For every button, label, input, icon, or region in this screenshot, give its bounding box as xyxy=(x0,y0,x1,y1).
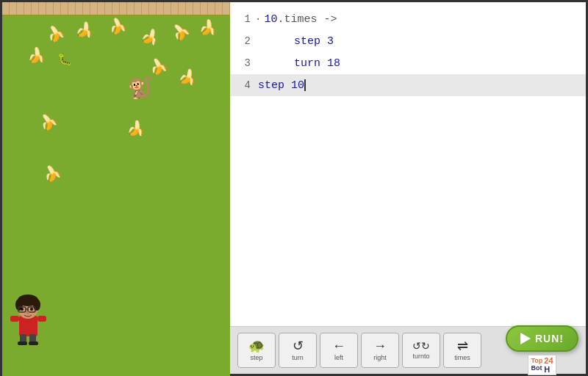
svg-point-10 xyxy=(26,311,29,314)
banana: 🍌 xyxy=(27,46,47,65)
svg-point-9 xyxy=(30,308,33,311)
turnto-label: turnto xyxy=(412,352,429,360)
banana: 🍌 xyxy=(168,19,193,44)
play-icon xyxy=(520,333,531,344)
times-button[interactable]: ⇌ times xyxy=(443,333,481,368)
bug-icon: 🐛 xyxy=(57,52,72,67)
code-content-4: step 10 xyxy=(258,79,306,92)
bottom-toolbar: 🐢 step ↺ turn ← left → right ↺↻ turnto ⇌ xyxy=(230,326,586,374)
player-character xyxy=(8,290,49,349)
turn-label: turn xyxy=(292,354,304,361)
banana: 🍌 xyxy=(43,21,67,45)
line-number-2: 2 xyxy=(236,35,251,47)
svg-point-4 xyxy=(33,299,40,311)
banana: 🍌 xyxy=(139,25,163,49)
svg-rect-0 xyxy=(19,316,37,336)
right-button[interactable]: → right xyxy=(361,333,399,368)
line-number-1: 1 xyxy=(236,13,251,25)
svg-rect-16 xyxy=(29,341,38,345)
banana: 🍌 xyxy=(147,55,170,78)
svg-rect-12 xyxy=(37,316,46,322)
turnto-button[interactable]: ↺↻ turnto xyxy=(402,333,440,368)
line-number-3: 3 xyxy=(236,57,251,69)
svg-rect-11 xyxy=(10,316,19,322)
watermark-h: H xyxy=(544,365,553,374)
watermark-bottom: Bot xyxy=(531,365,542,372)
code-line-1: 1 · 10.times -> xyxy=(230,8,586,30)
code-line-4: 4 step 10 xyxy=(230,74,586,96)
monkey-icon: 🐒 xyxy=(127,76,153,101)
code-line-3: 3 turn 18 xyxy=(230,52,586,74)
banana: 🍌 xyxy=(107,15,129,37)
left-label: left xyxy=(334,354,343,361)
step-button[interactable]: 🐢 step xyxy=(237,333,276,368)
right-icon: → xyxy=(373,339,387,352)
line-number-4: 4 xyxy=(236,79,251,91)
code-content-1: 10.times -> xyxy=(264,13,337,26)
svg-rect-15 xyxy=(18,341,27,345)
turnto-icon: ↺↻ xyxy=(412,341,430,351)
watermark-num: 24 xyxy=(544,356,553,365)
banana: 🍌 xyxy=(176,65,199,89)
main-container: 🍌 🍌 🍌 🍌 🍌 🍌 🍌 🍌 🍌 🍌 🍌 🍌 🐛 🐒 xyxy=(0,0,588,376)
step-icon: 🐢 xyxy=(248,339,265,352)
banana: 🍌 xyxy=(40,162,64,185)
code-area[interactable]: 1 · 10.times -> 2 step 3 3 xyxy=(230,2,586,326)
editor-panel: 1 · 10.times -> 2 step 3 3 xyxy=(230,2,586,374)
code-content-3: turn 18 xyxy=(258,57,340,70)
banana: 🍌 xyxy=(74,18,96,41)
run-button[interactable]: RUN! xyxy=(506,325,578,352)
left-icon: ← xyxy=(332,339,345,352)
ruler xyxy=(2,2,230,15)
times-label: times xyxy=(454,354,470,361)
turn-icon: ↺ xyxy=(293,339,304,352)
times-icon: ⇌ xyxy=(457,339,468,352)
step-label: step xyxy=(250,354,262,361)
turn-button[interactable]: ↺ turn xyxy=(279,333,317,368)
run-label: RUN! xyxy=(535,333,564,344)
banana: 🍌 xyxy=(36,109,60,134)
line-dot-1: · xyxy=(255,13,261,25)
code-line-2: 2 step 3 xyxy=(230,30,586,52)
run-section: RUN! Top Bot 24 H xyxy=(506,325,578,375)
svg-point-8 xyxy=(21,308,24,311)
left-button[interactable]: ← left xyxy=(320,333,358,368)
game-panel: 🍌 🍌 🍌 🍌 🍌 🍌 🍌 🍌 🍌 🍌 🍌 🍌 🐛 🐒 xyxy=(2,2,230,376)
banana: 🍌 xyxy=(126,118,148,140)
right-label: right xyxy=(373,354,387,361)
watermark: Top Bot 24 H xyxy=(528,355,556,375)
code-content-2: step 3 xyxy=(258,35,334,48)
banana: 🍌 xyxy=(198,17,219,38)
